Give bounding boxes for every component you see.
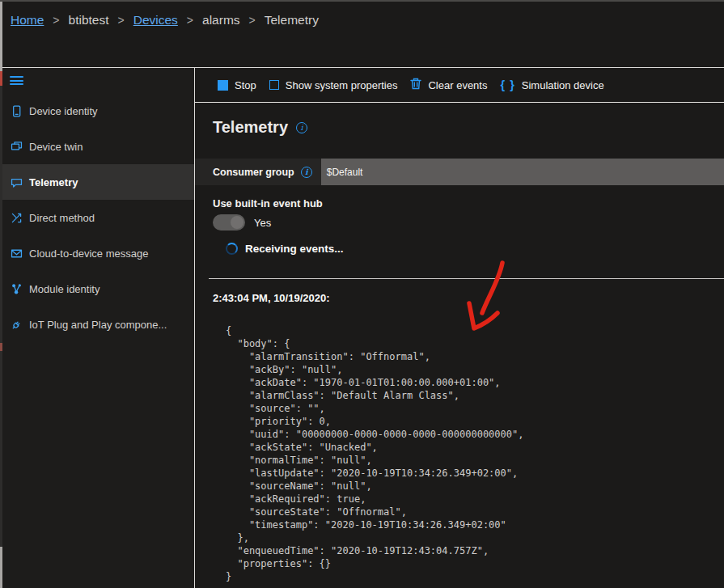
module-identity-icon xyxy=(10,282,23,296)
breadcrumb-device-name: alarms xyxy=(202,13,240,27)
breadcrumb-current-page: Telemetry xyxy=(265,13,319,27)
breadcrumb-separator: > xyxy=(118,14,125,27)
sidebar-item-module-identity[interactable]: Module identity xyxy=(0,271,194,307)
receiving-events-row: Receiving events... xyxy=(226,243,344,255)
consumer-group-label-box: Consumer group i xyxy=(195,159,321,185)
sidebar: Device identity Device twin Telemetry Di… xyxy=(0,68,194,588)
header: Home > btibtest > Devices > alarms > Tel… xyxy=(0,0,724,68)
consumer-group-input[interactable]: $Default xyxy=(321,159,724,185)
telemetry-icon xyxy=(10,176,23,189)
stop-button[interactable]: Stop xyxy=(218,79,256,91)
breadcrumb-separator: > xyxy=(249,14,256,27)
hamburger-menu-icon[interactable] xyxy=(10,76,23,87)
breadcrumb-separator: > xyxy=(187,14,193,27)
event-json-payload: { "body": { "alarmTransition": "Offnorma… xyxy=(226,324,523,583)
receiving-events-text: Receiving events... xyxy=(245,243,344,255)
info-icon[interactable]: i xyxy=(296,122,307,133)
device-identity-icon xyxy=(10,104,23,118)
left-edge-artifact xyxy=(0,0,2,588)
trash-icon xyxy=(410,78,421,92)
sidebar-item-label: Telemetry xyxy=(29,176,78,188)
sidebar-item-device-identity[interactable]: Device identity xyxy=(0,93,194,129)
sidebar-item-telemetry[interactable]: Telemetry xyxy=(0,164,194,200)
device-twin-icon xyxy=(10,140,23,154)
sidebar-item-direct-method[interactable]: Direct method xyxy=(0,200,194,235)
breadcrumb-separator: > xyxy=(53,14,59,27)
sidebar-item-label: Device twin xyxy=(29,141,83,153)
sidebar-item-label: Device identity xyxy=(29,105,98,117)
direct-method-icon xyxy=(10,211,23,225)
event-divider xyxy=(209,278,724,279)
breadcrumb-devices[interactable]: Devices xyxy=(133,13,178,27)
page-title-row: Telemetry i xyxy=(213,118,307,137)
simulation-device-label: Simulation device xyxy=(522,79,604,91)
builtin-event-hub-toggle-row: Yes xyxy=(213,214,271,231)
info-icon[interactable]: i xyxy=(301,167,312,178)
breadcrumb-hub-name: btibtest xyxy=(69,13,109,27)
simulation-device-button[interactable]: { } Simulation device xyxy=(500,78,603,91)
consumer-group-row: Consumer group i $Default xyxy=(195,159,724,185)
sidebar-item-cloud-to-device[interactable]: Cloud-to-device message xyxy=(0,235,194,271)
show-system-properties-label: Show system properties xyxy=(286,79,398,91)
event-timestamp: 2:43:04 PM, 10/19/2020: xyxy=(213,292,330,304)
clear-events-label: Clear events xyxy=(428,79,487,91)
braces-icon: { } xyxy=(500,78,514,91)
toggle-knob xyxy=(231,216,243,229)
breadcrumb-home[interactable]: Home xyxy=(11,13,44,27)
use-builtin-event-hub-label: Use built-in event hub xyxy=(213,197,323,209)
sidebar-item-label: Module identity xyxy=(29,283,99,295)
cloud-to-device-message-icon xyxy=(10,247,23,260)
sidebar-item-iot-plug-and-play[interactable]: IoT Plug and Play compone... xyxy=(0,307,194,342)
iot-plug-and-play-icon xyxy=(10,318,23,332)
sidebar-item-label: Direct method xyxy=(29,212,95,224)
page-title: Telemetry xyxy=(213,118,288,137)
toolbar: Stop Show system properties Clear events… xyxy=(195,68,724,103)
main-panel: Stop Show system properties Clear events… xyxy=(194,68,724,588)
builtin-event-hub-toggle[interactable] xyxy=(213,214,245,231)
stop-icon xyxy=(218,80,228,91)
sidebar-item-device-twin[interactable]: Device twin xyxy=(0,129,194,164)
window-top-edge xyxy=(0,0,724,2)
consumer-group-label: Consumer group xyxy=(213,167,294,178)
checkbox-icon xyxy=(269,80,279,90)
breadcrumb: Home > btibtest > Devices > alarms > Tel… xyxy=(11,13,319,27)
loading-spinner-icon xyxy=(226,243,238,255)
clear-events-button[interactable]: Clear events xyxy=(410,78,487,92)
stop-label: Stop xyxy=(235,79,256,91)
show-system-properties-checkbox[interactable]: Show system properties xyxy=(269,79,398,91)
sidebar-item-label: IoT Plug and Play compone... xyxy=(29,319,167,331)
sidebar-nav: Device identity Device twin Telemetry Di… xyxy=(0,93,194,342)
toggle-value-label: Yes xyxy=(254,217,271,229)
sidebar-item-label: Cloud-to-device message xyxy=(29,247,148,260)
